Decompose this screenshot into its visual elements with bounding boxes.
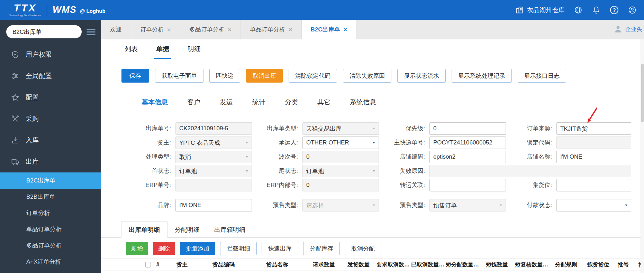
batch-add-button[interactable]: 批量添加 [180, 242, 215, 255]
menu-search-input[interactable]: B2C出库单 [6, 25, 82, 38]
carrier-select[interactable]: OTHER OTHER▼ [302, 136, 379, 149]
cancel-outbound-button[interactable]: 取消出库 [246, 69, 283, 83]
tab-shipping[interactable]: 发运 [220, 98, 233, 107]
sidebar-item-order-analysis[interactable]: 订单分析 [0, 205, 101, 221]
erp-internal-no-field[interactable]: 0 [302, 179, 379, 191]
sidebar-item-ax-order-analysis[interactable]: A+X订单分析 [0, 254, 101, 270]
sidebar-item-b2b-outbound-order[interactable]: B2B出库单 [0, 189, 101, 205]
scrollbar-thumb[interactable] [641, 64, 644, 122]
column-header-owner[interactable]: 货主 [165, 261, 199, 269]
add-button[interactable]: 新增 [126, 242, 148, 255]
close-icon[interactable]: × [228, 27, 232, 33]
tab-classification[interactable]: 分类 [285, 98, 298, 107]
wave-no-field[interactable]: 0 [302, 151, 379, 163]
process-type-select[interactable]: 取消▼ [175, 151, 252, 163]
column-header-lot-no[interactable]: 批号 [613, 261, 634, 269]
column-header-short-check-qty[interactable]: 短复核数量… [514, 261, 549, 269]
sidebar-item-user-permissions[interactable]: 用户权限 [0, 44, 101, 65]
payment-status-select[interactable]: ▼ [556, 199, 631, 211]
brand-field[interactable]: I'M ONE [175, 199, 252, 211]
tab-outbound-order-detail[interactable]: 出库单明细 [121, 222, 167, 238]
get-e-waybill-button[interactable]: 获取电子面单 [155, 69, 203, 83]
tab-system-info[interactable]: 系统信息 [350, 98, 376, 107]
select-all-checkbox[interactable] [145, 262, 151, 267]
column-header-allocation-rule[interactable]: 分配规则 [549, 261, 583, 269]
tab-basic-info[interactable]: 基本信息 [142, 98, 168, 107]
column-header-item-code[interactable]: 货品编码 [199, 261, 248, 269]
close-icon[interactable]: × [167, 27, 171, 33]
column-header-requested-qty[interactable]: 请求数量 [307, 261, 341, 269]
tab-allocation-detail[interactable]: 分配明细 [167, 222, 207, 238]
sidebar-item-outbound[interactable]: 出库 [0, 151, 101, 172]
presale-type-select-2[interactable]: 预售订单▼ [429, 199, 506, 211]
column-header-short-allocated-qty[interactable]: 短分配数量… [445, 261, 480, 269]
column-header-item-name[interactable]: 货品名称 [248, 261, 307, 269]
warehouse-switcher[interactable]: 衣品湖州仓库 [515, 6, 564, 14]
sidebar-item-inbound[interactable]: 入库 [0, 130, 101, 151]
sidebar-item-multi-item-order-analysis[interactable]: 多品订单分析 [0, 237, 101, 254]
delete-button[interactable]: 删除 [153, 242, 175, 255]
intercept-detail-button[interactable]: 拦截明细 [220, 242, 257, 255]
tab-customer[interactable]: 客户 [187, 98, 200, 107]
subtab-document[interactable]: 单据 [156, 39, 169, 59]
close-icon[interactable]: × [344, 27, 347, 33]
final-status-select[interactable]: 订单池▼ [302, 165, 379, 177]
save-button[interactable]: 保存 [121, 69, 149, 83]
transfer-relation-field[interactable] [429, 179, 506, 191]
column-header-index[interactable]: # [151, 262, 165, 268]
subtab-detail[interactable]: 明细 [188, 39, 201, 59]
column-header-short-pick-qty[interactable]: 短拣数量 [480, 261, 514, 269]
shop-name-field[interactable]: I'M ONE [556, 151, 631, 163]
presale-type-select-1[interactable]: 请选择▼ [302, 199, 379, 211]
quick-outbound-button[interactable]: 快速出库 [262, 242, 298, 255]
priority-field[interactable]: 0 [429, 122, 506, 135]
staging-location-field[interactable] [556, 179, 631, 191]
field-value: 预售订单 [433, 201, 457, 209]
column-header-cancelled-qty[interactable]: 已取消数量… [410, 261, 445, 269]
show-status-flow-button[interactable]: 显示状态流水 [397, 69, 446, 83]
vertical-scrollbar[interactable] [641, 39, 644, 273]
globe-icon[interactable] [574, 6, 582, 14]
show-system-process-log-button[interactable]: 显示系统处理记录 [452, 69, 512, 83]
sidebar-item-procurement[interactable]: 采购 [0, 108, 101, 130]
enterprise-avatar-chip[interactable]: 企业头 [609, 20, 644, 39]
user-icon[interactable] [628, 6, 636, 14]
main-tracking-no-field[interactable]: POCYT241106000052 [429, 136, 506, 149]
owner-select[interactable]: YPTC 衣品天成▼ [175, 136, 252, 149]
outbound-type-select[interactable]: 天猫交易出库▼ [302, 122, 379, 135]
outbound-no-field[interactable]: CK20241109109-5 [175, 122, 252, 135]
clear-failure-reason-button[interactable]: 清除失败原因 [343, 69, 391, 83]
erp-no-field[interactable] [175, 179, 252, 191]
sidebar-item-single-item-order-analysis[interactable]: 单品订单分析 [0, 221, 101, 237]
tab-outbound-box-detail[interactable]: 出库箱明细 [207, 222, 253, 238]
order-source-field[interactable]: TKJIT备货 [556, 122, 631, 135]
show-interface-log-button[interactable]: 显示接口日志 [518, 69, 566, 83]
column-header-pick-location[interactable]: 拣货货位 [583, 261, 613, 269]
tab-b2c-outbound-order[interactable]: B2C出库单 × [302, 20, 357, 39]
column-header-shipped-qty[interactable]: 发货数量 [341, 261, 376, 269]
chevron-down-icon: ▼ [372, 141, 375, 144]
initial-status-select[interactable]: 订单池▼ [175, 165, 252, 177]
bell-icon[interactable] [592, 6, 600, 14]
lock-code-field[interactable] [556, 136, 631, 149]
tab-order-analysis[interactable]: 订单分析 × [131, 20, 180, 39]
tab-welcome[interactable]: 欢迎 [101, 20, 131, 39]
sidebar-item-b2c-outbound-order[interactable]: B2C出库单 [0, 172, 101, 189]
allocate-inventory-button[interactable]: 分配库存 [303, 242, 340, 255]
tab-multi-item-order-analysis[interactable]: 多品订单分析 × [180, 20, 241, 39]
hamburger-menu-icon[interactable] [87, 29, 96, 35]
shop-code-field[interactable]: eptison2 [429, 151, 506, 163]
match-courier-button[interactable]: 匹快递 [209, 69, 240, 83]
help-icon[interactable]: ? [610, 6, 618, 14]
sidebar-item-config[interactable]: 配置 [0, 87, 101, 108]
sidebar-item-global-config[interactable]: 全局配置 [0, 65, 101, 87]
tab-others[interactable]: 其它 [317, 98, 330, 107]
close-icon[interactable]: × [289, 27, 292, 33]
subtab-list[interactable]: 列表 [125, 39, 138, 59]
tab-statistics[interactable]: 统计 [252, 98, 265, 107]
failure-reason-field[interactable] [429, 165, 631, 177]
cancel-allocation-button[interactable]: 取消分配 [345, 242, 381, 255]
column-header-cancel-requested-qty[interactable]: 要求取消数… [376, 261, 410, 269]
clear-lock-code-button[interactable]: 清除锁定代码 [289, 69, 337, 83]
tab-single-item-order-analysis[interactable]: 单品订单分析 × [241, 20, 302, 39]
